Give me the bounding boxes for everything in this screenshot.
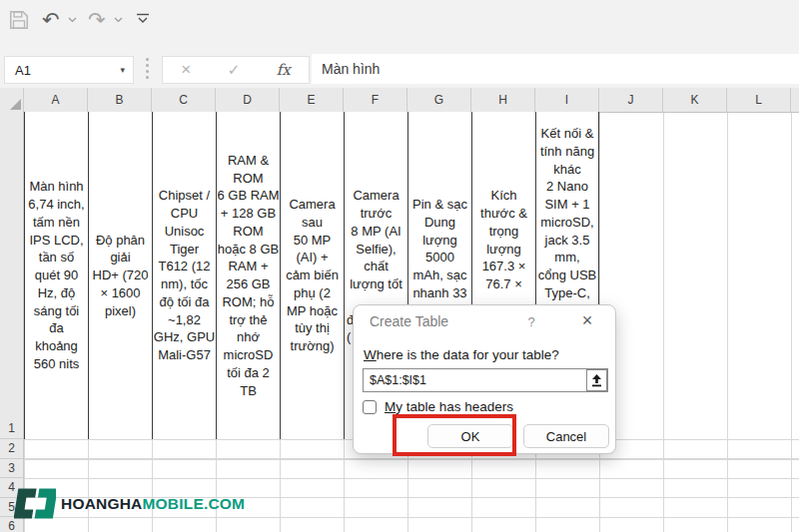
column-header-c[interactable]: C <box>152 88 216 112</box>
row-header-1[interactable]: 1 <box>0 112 23 439</box>
cell-B1[interactable]: Độ phân giải HD+ (720 × 1600 pixel) <box>88 112 152 439</box>
table-range-value: $A$1:$I$1 <box>370 373 426 387</box>
cell-text-line: Type-C, <box>544 284 590 302</box>
cell-text-line: × 1600 <box>100 284 140 302</box>
help-icon[interactable]: ? <box>523 314 539 329</box>
column-header-h[interactable]: H <box>471 88 535 112</box>
column-headers: A B C D E F G H I J K L <box>0 88 799 113</box>
undo-dropdown-icon[interactable] <box>68 17 77 23</box>
cell-text-line: trường) <box>291 337 335 355</box>
cell-text-line: sau <box>302 214 323 232</box>
cell-text-line: IPS LCD, <box>29 232 83 250</box>
cell-text-line: trước <box>361 205 393 223</box>
cell-text-line: Unisoc <box>165 223 205 241</box>
cell-text-line: quét 90 <box>35 266 78 284</box>
row-header-2[interactable]: 2 <box>0 439 23 459</box>
column-header-l[interactable]: L <box>727 88 791 112</box>
table-range-input[interactable]: $A$1:$I$1 <box>363 368 608 392</box>
cell-text-line: GHz, GPU <box>154 328 215 346</box>
column-header-g[interactable]: G <box>407 88 471 112</box>
cell-D1[interactable]: RAM & ROM 6 GB RAM + 128 GB ROM hoặc 8 G… <box>216 112 280 439</box>
cell-text-line: độ tối đa <box>160 293 210 311</box>
excel-window: ↶ ↷ A1 ▾ × ✓ fx Màn hình <box>0 0 799 532</box>
column-header-d[interactable]: D <box>216 88 280 112</box>
row-header-3[interactable]: 3 <box>0 459 23 479</box>
cell-text-line: Chipset / <box>159 187 210 205</box>
undo-icon[interactable]: ↶ <box>42 9 60 31</box>
cell-text-line: khác <box>553 161 580 179</box>
cell-text-line: tùy thị <box>295 319 330 337</box>
enter-entry-icon[interactable]: ✓ <box>228 61 241 79</box>
cell-text-line: cổng USB <box>538 266 597 284</box>
cell-E1[interactable]: Camera sau 50 MP (AI) + cảm biến phụ (2 … <box>280 112 344 439</box>
name-box-dropdown-icon[interactable]: ▾ <box>120 65 125 75</box>
column-header-b[interactable]: B <box>88 88 152 112</box>
redo-dropdown-icon[interactable] <box>114 17 123 23</box>
cell-text-line: TB <box>240 382 257 400</box>
cell-text-line: cảm biến <box>286 266 339 284</box>
cell-text-line: đa <box>49 319 63 337</box>
column-header-f[interactable]: F <box>344 88 407 112</box>
cell-text-line: ROM <box>233 170 263 188</box>
formula-bar-drag-handle[interactable] <box>146 58 149 79</box>
cell-text-line: 6 GB RAM <box>217 187 279 205</box>
cell-text-line: Dung <box>424 214 455 232</box>
cell-text-line: ( <box>345 328 351 346</box>
cell-text-line: lượng tốt <box>350 275 402 293</box>
cell-text-line: thước & <box>480 205 527 223</box>
cell-text-line: Màn hình <box>29 178 83 196</box>
column-header-m-partial[interactable] <box>791 88 799 112</box>
prompt-accesskey: W <box>364 347 377 362</box>
cell-text-line: RAM + <box>228 258 268 275</box>
ok-highlight-annotation <box>393 414 516 456</box>
formula-input[interactable]: Màn hình <box>312 54 799 84</box>
column-header-j[interactable]: J <box>599 88 663 112</box>
cell-text-line: Kết nối & <box>541 125 594 143</box>
customize-toolbar-icon[interactable] <box>136 13 150 25</box>
cell-text-line: nhanh 33 <box>412 284 466 302</box>
row-headers: 1 2 3 4 5 6 <box>0 112 24 532</box>
cell-text-line: sáng tối <box>34 302 80 320</box>
cancel-button[interactable]: Cancel <box>523 424 609 448</box>
cell-text-line: nhớ <box>237 328 260 346</box>
cell-text-line: 76.7 × <box>485 275 522 293</box>
cell-text-line: phụ (2 <box>294 284 331 302</box>
cell-text-line: Camera <box>289 196 335 214</box>
watermark-brand-left: HOANGHA <box>61 495 142 512</box>
cell-text-line: Hz, độ <box>38 284 76 302</box>
cell-text-line: hoặc 8 GB <box>218 241 279 259</box>
column-header-e[interactable]: E <box>280 88 344 112</box>
cell-text-line: Kích <box>490 187 516 205</box>
cell-text-line: Selfie), <box>356 241 396 259</box>
redo-icon[interactable]: ↷ <box>88 9 106 31</box>
column-header-a[interactable]: A <box>24 88 88 112</box>
cancel-entry-icon[interactable]: × <box>181 60 191 80</box>
cell-C1[interactable]: Chipset / CPU Unisoc Tiger T612 (12 nm),… <box>152 112 216 439</box>
formula-buttons: × ✓ fx <box>162 56 310 84</box>
column-header-k[interactable]: K <box>663 88 727 112</box>
range-select-arrow-icon <box>590 373 603 387</box>
cell-text-line: MP hoặc <box>287 302 338 320</box>
cell-text-line: jack 3.5 <box>545 232 590 250</box>
insert-function-icon[interactable]: fx <box>277 61 291 79</box>
my-table-has-headers-checkbox[interactable] <box>363 400 377 414</box>
cell-text-line: nm), tốc <box>161 275 208 293</box>
hoangha-logo-icon <box>14 485 56 522</box>
cell-text-line: CPU <box>171 205 198 223</box>
cell-A1[interactable]: Màn hình 6,74 inch, tấm nền IPS LCD, tần… <box>24 112 88 439</box>
cell-text-line: microSD, <box>540 214 593 232</box>
formula-bar: A1 ▾ × ✓ fx Màn hình <box>0 44 799 89</box>
column-header-i[interactable]: I <box>535 88 599 112</box>
collapse-dialog-button[interactable] <box>586 369 607 391</box>
checkbox-rest: y table has headers <box>396 399 513 414</box>
select-all-triangle-icon <box>10 99 21 110</box>
select-all-button[interactable] <box>0 88 24 112</box>
name-box[interactable]: A1 ▾ <box>4 56 134 84</box>
save-icon[interactable] <box>8 9 30 31</box>
name-box-value: A1 <box>15 63 31 78</box>
cell-text-line: ROM <box>233 223 263 241</box>
cell-text-line: 256 GB <box>226 275 270 293</box>
cell-text-line: pixel) <box>105 302 136 320</box>
close-icon[interactable]: × <box>577 310 597 331</box>
cell-text-line: lượng <box>422 232 457 250</box>
